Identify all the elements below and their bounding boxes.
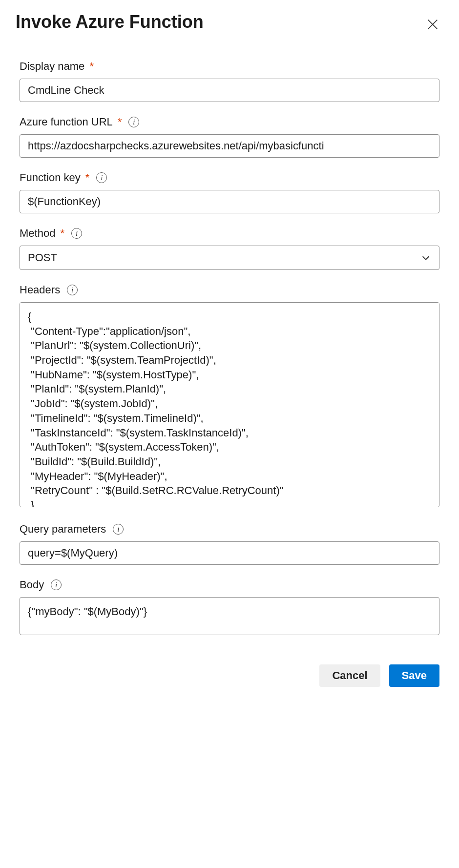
label-function-key: Function key * i — [20, 171, 439, 184]
close-icon — [426, 25, 439, 33]
required-asterisk: * — [83, 171, 90, 184]
required-asterisk: * — [57, 227, 64, 239]
field-body: Body i — [20, 579, 439, 637]
body-textarea[interactable] — [20, 597, 439, 635]
field-query-parameters: Query parameters i — [20, 523, 439, 565]
field-display-name: Display name * — [20, 60, 439, 102]
label-display-name: Display name * — [20, 60, 439, 73]
label-body: Body i — [20, 579, 439, 591]
field-method: Method * i POST — [20, 227, 439, 270]
method-select[interactable]: POST — [20, 246, 439, 270]
cancel-button[interactable]: Cancel — [319, 664, 380, 687]
chevron-down-icon — [420, 252, 431, 263]
info-icon[interactable]: i — [113, 524, 124, 535]
field-headers: Headers i — [20, 284, 439, 509]
label-function-url: Azure function URL * i — [20, 116, 439, 128]
query-parameters-input[interactable] — [20, 541, 439, 565]
info-icon[interactable]: i — [51, 579, 62, 590]
info-icon[interactable]: i — [71, 228, 82, 239]
footer-buttons: Cancel Save — [20, 664, 439, 687]
field-function-key: Function key * i — [20, 171, 439, 213]
label-query-parameters: Query parameters i — [20, 523, 439, 536]
required-asterisk: * — [115, 116, 122, 128]
required-asterisk: * — [86, 60, 94, 72]
panel-header: Invoke Azure Function — [16, 12, 443, 37]
form: Display name * Azure function URL * i Fu… — [16, 60, 443, 687]
field-function-url: Azure function URL * i — [20, 116, 439, 158]
method-value: POST — [28, 251, 57, 264]
panel-title: Invoke Azure Function — [16, 12, 204, 32]
info-icon[interactable]: i — [96, 172, 107, 183]
info-icon[interactable]: i — [67, 285, 78, 295]
close-button[interactable] — [422, 14, 443, 37]
label-method: Method * i — [20, 227, 439, 240]
save-button[interactable]: Save — [389, 664, 439, 687]
display-name-input[interactable] — [20, 79, 439, 102]
label-headers: Headers i — [20, 284, 439, 296]
invoke-azure-function-panel: Invoke Azure Function Display name * Azu… — [0, 0, 459, 703]
info-icon[interactable]: i — [128, 117, 139, 127]
function-key-input[interactable] — [20, 190, 439, 213]
headers-textarea[interactable] — [20, 302, 439, 507]
function-url-input[interactable] — [20, 134, 439, 158]
